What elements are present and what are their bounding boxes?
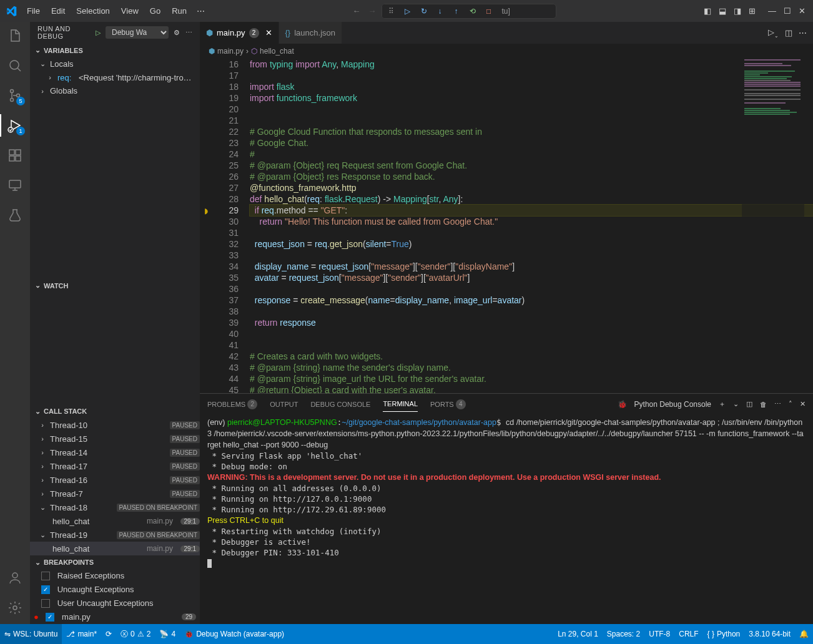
settings-icon[interactable]: [6, 599, 24, 617]
terminal-select[interactable]: Python Debug Console: [634, 400, 711, 409]
testing-icon[interactable]: [6, 207, 24, 224]
maximize-panel-icon[interactable]: ˄: [789, 400, 792, 408]
run-icon[interactable]: ▷⌄: [768, 27, 779, 39]
restart-icon[interactable]: ⟲: [467, 6, 478, 17]
globals-scope[interactable]: ›Globals: [30, 84, 200, 98]
breakpoint-file[interactable]: ● ✓ main.py29: [30, 610, 200, 624]
breakpoint-user-uncaught-exceptions[interactable]: User Uncaught Exceptions: [30, 597, 200, 610]
encoding[interactable]: UTF-8: [644, 630, 674, 638]
start-debug-icon[interactable]: ▷: [96, 29, 101, 37]
accounts-icon[interactable]: [6, 569, 24, 587]
split-editor-icon[interactable]: ◫: [785, 28, 792, 37]
menu-edit[interactable]: Edit: [46, 4, 70, 18]
ports-status[interactable]: 📡4: [155, 624, 180, 644]
new-terminal-icon[interactable]: ＋: [719, 399, 726, 409]
split-terminal-icon[interactable]: ◫: [746, 400, 752, 408]
thread-Thread-14[interactable]: ›Thread-14PAUSED: [30, 446, 200, 459]
continue-icon[interactable]: ▷: [402, 6, 413, 17]
explorer-icon[interactable]: [6, 27, 24, 44]
stack-frame[interactable]: hello_chatmain.py 29:1: [30, 514, 200, 528]
menu-file[interactable]: File: [22, 4, 45, 18]
run-debug-icon[interactable]: 1: [6, 117, 24, 134]
close-icon[interactable]: ✕: [799, 6, 806, 16]
kill-terminal-icon[interactable]: 🗑: [760, 401, 767, 408]
locals-scope[interactable]: ⌄Locals: [30, 57, 200, 71]
checkbox-icon[interactable]: ✓: [41, 585, 50, 594]
minimize-icon[interactable]: —: [768, 6, 776, 16]
terminal-dropdown-icon[interactable]: ⌄: [733, 400, 739, 408]
debug-settings-icon[interactable]: ⚙: [174, 29, 180, 37]
menu-overflow[interactable]: ⋯: [192, 4, 210, 18]
breadcrumb-file[interactable]: main.py: [217, 47, 244, 56]
breakpoint-marker-icon[interactable]: ◗: [204, 207, 208, 215]
breadcrumb[interactable]: ⬢ main.py › ⬡ hello_chat: [200, 44, 813, 59]
step-out-icon[interactable]: ↑: [451, 6, 462, 17]
search-icon[interactable]: [6, 57, 24, 74]
thread-Thread-10[interactable]: ›Thread-10PAUSED: [30, 418, 200, 432]
breakpoint-raised-exceptions[interactable]: Raised Exceptions: [30, 569, 200, 583]
indentation[interactable]: Spaces: 2: [603, 630, 644, 638]
thread-Thread-17[interactable]: ›Thread-17PAUSED: [30, 459, 200, 473]
debug-more-icon[interactable]: ⋯: [185, 29, 193, 37]
panel-tab-output[interactable]: OUTPUT: [270, 397, 298, 412]
language-mode[interactable]: { }Python: [703, 630, 745, 638]
problems-status[interactable]: ⓧ0 ⚠2: [116, 624, 155, 644]
stop-icon[interactable]: □: [483, 6, 495, 17]
breadcrumb-symbol[interactable]: hello_chat: [260, 47, 294, 56]
thread-Thread-18[interactable]: ⌄Thread-18PAUSED ON BREAKPOINT: [30, 500, 200, 514]
callstack-section[interactable]: ⌄CALL STACK: [30, 404, 200, 418]
command-center[interactable]: ⠿ ▷ ↻ ↓ ↑ ⟲ □ tu]: [382, 4, 556, 19]
checkbox-icon[interactable]: [41, 599, 50, 608]
toggle-secondary-sidebar-icon[interactable]: ◨: [734, 6, 741, 16]
checkbox-icon[interactable]: [41, 572, 50, 580]
code-editor[interactable]: ◗ 16171819202122232425262728293031323334…: [200, 59, 813, 393]
panel-tab-terminal[interactable]: TERMINAL: [383, 396, 418, 412]
variable-req[interactable]: ›req: <Request 'http://charming-tro…: [30, 71, 200, 84]
toggle-primary-sidebar-icon[interactable]: ◧: [704, 6, 711, 16]
menu-run[interactable]: Run: [167, 4, 192, 18]
menu-go[interactable]: Go: [145, 4, 165, 18]
menu-selection[interactable]: Selection: [71, 4, 114, 18]
panel-tab-ports[interactable]: PORTS 4: [430, 396, 466, 413]
python-interpreter[interactable]: 3.8.10 64-bit: [744, 630, 795, 638]
thread-Thread-19[interactable]: ⌄Thread-19PAUSED ON BREAKPOINT: [30, 528, 200, 542]
grip-icon[interactable]: ⠿: [386, 6, 397, 17]
git-sync[interactable]: ⟳: [101, 624, 116, 644]
tab-launch.json[interactable]: {}launch.json: [279, 22, 342, 44]
nav-back-icon[interactable]: ←: [353, 6, 361, 16]
close-panel-icon[interactable]: ✕: [800, 400, 806, 408]
stack-frame[interactable]: hello_chatmain.py 29:1: [30, 542, 200, 555]
breakpoints-section[interactable]: ⌄BREAKPOINTS: [30, 555, 200, 569]
panel-tab-debug-console[interactable]: DEBUG CONSOLE: [310, 397, 370, 412]
close-tab-icon[interactable]: ✕: [265, 28, 272, 37]
thread-Thread-16[interactable]: ›Thread-16PAUSED: [30, 473, 200, 487]
toggle-panel-icon[interactable]: ⬓: [719, 6, 726, 16]
minimap[interactable]: [742, 59, 804, 393]
cursor-position[interactable]: Ln 29, Col 1: [553, 630, 603, 638]
watch-section[interactable]: ⌄WATCH: [30, 279, 200, 293]
customize-layout-icon[interactable]: ⊞: [749, 6, 756, 16]
thread-Thread-7[interactable]: ›Thread-7PAUSED: [30, 487, 200, 500]
source-control-icon[interactable]: 5: [6, 87, 24, 104]
panel-tab-problems[interactable]: PROBLEMS 2: [207, 396, 257, 413]
debug-status[interactable]: 🐞Debug Watch (avatar-app): [180, 624, 288, 644]
launch-config-select[interactable]: Debug Wa: [106, 26, 169, 39]
breakpoint-uncaught-exceptions[interactable]: ✓ Uncaught Exceptions: [30, 583, 200, 597]
thread-Thread-15[interactable]: ›Thread-15PAUSED: [30, 432, 200, 446]
remote-explorer-icon[interactable]: [6, 177, 24, 194]
nav-forward-icon[interactable]: →: [368, 6, 377, 16]
more-icon[interactable]: ⋯: [774, 400, 781, 408]
step-over-icon[interactable]: ↻: [418, 6, 430, 17]
tab-main.py[interactable]: ⬢main.py2✕: [200, 22, 279, 44]
git-branch[interactable]: ⎇main*: [62, 624, 101, 644]
remote-indicator[interactable]: ⇋WSL: Ubuntu: [0, 624, 62, 644]
notifications-icon[interactable]: 🔔: [795, 630, 813, 638]
extensions-icon[interactable]: [6, 147, 24, 164]
terminal-output[interactable]: (env) pierrick@LAPTOP-HKU5PNNG:~/git/goo…: [200, 414, 813, 624]
checkbox-icon[interactable]: ✓: [46, 613, 54, 622]
step-into-icon[interactable]: ↓: [435, 6, 446, 17]
maximize-icon[interactable]: ☐: [784, 6, 791, 16]
menu-view[interactable]: View: [116, 4, 144, 18]
more-actions-icon[interactable]: ⋯: [799, 28, 807, 37]
variables-section[interactable]: ⌄VARIABLES: [30, 44, 200, 57]
